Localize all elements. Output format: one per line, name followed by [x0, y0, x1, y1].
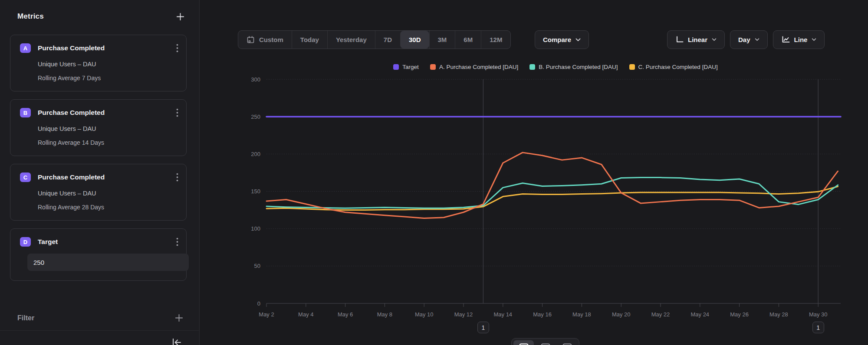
metric-badge: D — [20, 237, 31, 247]
range-label: Today — [300, 36, 319, 43]
legend-swatch — [629, 64, 635, 70]
x-tick-label: May 20 — [612, 311, 631, 318]
view-table-button[interactable] — [535, 340, 556, 345]
range-label: Custom — [259, 36, 283, 43]
metric-title: Purchase Completed — [38, 109, 176, 117]
kebab-menu-icon[interactable] — [176, 44, 178, 52]
date-range-selector: Custom Today Yesterday 7D 30D 3M 6M 12M — [238, 30, 511, 49]
legend-item[interactable]: B. Purchase Completed [DAU] — [529, 64, 618, 70]
legend-swatch — [430, 64, 436, 70]
x-tick-label: May 8 — [377, 311, 392, 318]
scale-selector-button[interactable]: Linear — [667, 30, 725, 49]
metric-measurement: Unique Users – DAU — [38, 125, 178, 132]
x-tick-label: May 12 — [454, 311, 473, 318]
metric-card-list: A Purchase Completed Unique Users – DAU … — [10, 35, 187, 281]
legend-item[interactable]: A. Purchase Completed [DAU] — [430, 64, 518, 70]
legend-label: C. Purchase Completed [DAU] — [638, 64, 718, 70]
sidebar-header: Metrics — [17, 12, 184, 21]
linear-axis-icon — [675, 36, 684, 43]
chevron-down-icon — [575, 38, 581, 42]
legend-item[interactable]: Target — [393, 64, 419, 70]
range-option-3m[interactable]: 3M — [429, 31, 455, 49]
target-card[interactable]: D Target — [10, 228, 187, 281]
metric-title: Purchase Completed — [38, 44, 176, 52]
annotation-badge-may-30[interactable]: 1 — [812, 322, 824, 333]
metrics-sidebar: Metrics A Purchase Completed Unique User… — [0, 0, 200, 345]
range-option-6m[interactable]: 6M — [455, 31, 481, 49]
x-tick-label: May 16 — [533, 311, 552, 318]
chart-type-selector-button[interactable]: Line — [773, 30, 825, 49]
kebab-menu-icon[interactable] — [176, 238, 178, 246]
metric-card-c[interactable]: C Purchase Completed Unique Users – DAU … — [10, 164, 187, 221]
series-line-c[interactable] — [266, 186, 838, 210]
add-metric-button[interactable] — [176, 13, 184, 21]
metric-badge: C — [20, 172, 31, 182]
x-tick-label: May 30 — [809, 311, 828, 318]
metric-card-b[interactable]: B Purchase Completed Unique Users – DAU … — [10, 99, 187, 156]
filter-title: Filter — [17, 314, 34, 322]
metric-measurement: Unique Users – DAU — [38, 190, 178, 197]
line-chart-icon — [781, 36, 790, 43]
kebab-menu-icon[interactable] — [176, 173, 178, 182]
range-option-30d[interactable]: 30D — [400, 31, 429, 49]
range-label: 3M — [438, 36, 447, 43]
chart-display-controls: Linear Day Line — [667, 30, 825, 49]
x-tick-label: May 10 — [415, 311, 434, 318]
table-view-icon — [541, 343, 550, 345]
x-tick-label: May 28 — [769, 311, 788, 318]
view-switcher — [511, 338, 579, 345]
metric-title: Target — [38, 238, 176, 246]
x-tick-label: May 14 — [493, 311, 512, 318]
chart-type-label: Line — [794, 36, 808, 43]
kebab-menu-icon[interactable] — [176, 108, 178, 117]
compare-button[interactable]: Compare — [535, 30, 589, 49]
metric-transform: Rolling Average 28 Days — [38, 204, 178, 211]
range-option-today[interactable]: Today — [292, 31, 327, 49]
granularity-selector-button[interactable]: Day — [730, 30, 768, 49]
metric-transform: Rolling Average 14 Days — [38, 139, 178, 146]
add-filter-button[interactable] — [175, 314, 183, 322]
metric-title: Purchase Completed — [38, 173, 176, 181]
legend-item[interactable]: C. Purchase Completed [DAU] — [629, 64, 718, 70]
filter-section: Filter — [17, 314, 183, 322]
range-option-custom[interactable]: Custom — [238, 31, 292, 49]
sidebar-divider — [0, 330, 199, 331]
range-option-7d[interactable]: 7D — [375, 31, 400, 49]
y-tick-label: 100 — [251, 225, 260, 232]
metric-view-icon — [562, 343, 572, 345]
x-tick-label: May 4 — [298, 311, 313, 318]
legend-swatch — [529, 64, 535, 70]
range-label: 12M — [490, 36, 502, 43]
legend-label: Target — [402, 64, 419, 70]
chart-panel: Custom Today Yesterday 7D 30D 3M 6M 12M … — [200, 0, 868, 345]
range-label: 7D — [384, 36, 392, 43]
metric-badge: A — [20, 43, 31, 53]
collapse-left-icon — [171, 338, 182, 345]
y-tick-label: 200 — [251, 151, 260, 157]
range-label: 30D — [409, 36, 421, 43]
compare-label: Compare — [543, 36, 571, 43]
y-tick-label: 0 — [257, 300, 260, 307]
metric-badge: B — [20, 108, 31, 117]
chart-legend: Target A. Purchase Completed [DAU] B. Pu… — [243, 64, 868, 70]
metric-card-a[interactable]: A Purchase Completed Unique Users – DAU … — [10, 35, 187, 91]
target-value-input[interactable] — [27, 254, 189, 271]
plus-icon — [175, 314, 183, 322]
x-tick-label: May 6 — [338, 311, 353, 318]
view-metric-button[interactable] — [557, 340, 577, 345]
collapse-sidebar-button[interactable] — [171, 338, 182, 345]
annotation-badge-may-13[interactable]: 1 — [477, 322, 489, 333]
chevron-down-icon — [712, 38, 717, 41]
calendar-icon — [247, 36, 255, 44]
x-tick-label: May 26 — [730, 311, 749, 318]
range-option-yesterday[interactable]: Yesterday — [327, 31, 375, 49]
y-tick-label: 50 — [254, 263, 260, 269]
metric-measurement: Unique Users – DAU — [38, 61, 178, 68]
chevron-down-icon — [755, 38, 760, 41]
range-option-12m[interactable]: 12M — [481, 31, 510, 49]
y-tick-label: 150 — [251, 188, 260, 195]
line-chart[interactable]: 050100150200250300May 2May 4May 6May 8Ma… — [243, 74, 868, 345]
view-chart-button[interactable] — [513, 340, 534, 345]
legend-label: A. Purchase Completed [DAU] — [439, 64, 518, 70]
granularity-label: Day — [738, 36, 750, 43]
